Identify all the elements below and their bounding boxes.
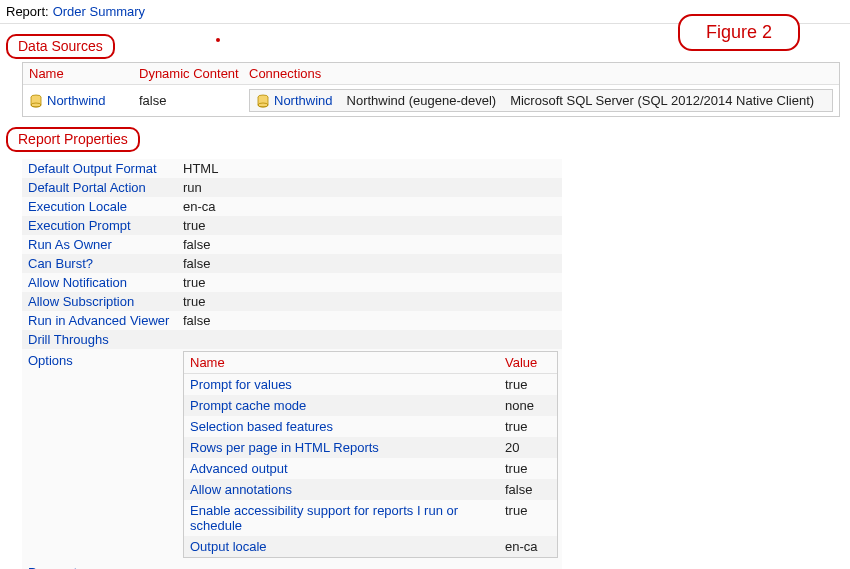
option-name[interactable]: Prompt cache mode (190, 398, 505, 413)
prop-row: Can Burst?false (22, 254, 562, 273)
database-icon (29, 94, 43, 108)
option-row: Prompt for valuestrue (184, 374, 557, 395)
option-row: Rows per page in HTML Reports20 (184, 437, 557, 458)
parameters-row: Parameters (22, 562, 562, 569)
prop-label[interactable]: Execution Prompt (28, 218, 183, 233)
prop-value: false (183, 256, 210, 271)
prop-row: Default Output FormatHTML (22, 159, 562, 178)
prop-label[interactable]: Can Burst? (28, 256, 183, 271)
prop-label[interactable]: Allow Notification (28, 275, 183, 290)
prop-value: false (183, 237, 210, 252)
database-icon (256, 94, 270, 108)
data-source-dynamic: false (139, 93, 249, 108)
annotation-dot (216, 38, 220, 42)
option-name[interactable]: Output locale (190, 539, 505, 554)
option-name[interactable]: Selection based features (190, 419, 505, 434)
report-name-link[interactable]: Order Summary (53, 4, 145, 19)
prop-label[interactable]: Execution Locale (28, 199, 183, 214)
prop-row: Allow Subscriptiontrue (22, 292, 562, 311)
option-name[interactable]: Enable accessibility support for reports… (190, 503, 505, 533)
prop-label[interactable]: Run in Advanced Viewer (28, 313, 183, 328)
connection-driver: Microsoft SQL Server (SQL 2012/2014 Nati… (510, 93, 814, 108)
option-value: en-ca (505, 539, 551, 554)
prop-value: true (183, 275, 205, 290)
option-value: true (505, 503, 551, 533)
prop-row: Run As Ownerfalse (22, 235, 562, 254)
options-header-row: Name Value (184, 352, 557, 374)
option-value: true (505, 461, 551, 476)
col-dynamic: Dynamic Content (139, 66, 249, 81)
prop-row: Drill Throughs (22, 330, 562, 349)
parameters-link[interactable]: Parameters (28, 565, 95, 569)
option-row: Advanced outputtrue (184, 458, 557, 479)
options-table: Name Value Prompt for valuestrue Prompt … (183, 351, 558, 558)
prop-value: true (183, 294, 205, 309)
data-sources-table: Name Dynamic Content Connections Northwi… (22, 62, 840, 117)
option-value: true (505, 377, 551, 392)
data-source-name-link[interactable]: Northwind (47, 93, 106, 108)
options-col-value: Value (505, 355, 551, 370)
option-name[interactable]: Allow annotations (190, 482, 505, 497)
prop-value: true (183, 218, 205, 233)
prop-label[interactable]: Allow Subscription (28, 294, 183, 309)
prop-row: Allow Notificationtrue (22, 273, 562, 292)
data-source-row: Northwind false Northwind Northwind (eug… (23, 85, 839, 116)
option-value: false (505, 482, 551, 497)
prop-value: HTML (183, 161, 218, 176)
prop-label[interactable]: Drill Throughs (28, 332, 183, 347)
option-value: none (505, 398, 551, 413)
options-section: Options Name Value Prompt for valuestrue… (22, 349, 562, 562)
prop-value: en-ca (183, 199, 216, 214)
report-label: Report: (6, 4, 49, 19)
option-row: Output localeen-ca (184, 536, 557, 557)
prop-value: false (183, 313, 210, 328)
connection-name-link[interactable]: Northwind (274, 93, 333, 108)
option-row: Prompt cache modenone (184, 395, 557, 416)
option-name[interactable]: Advanced output (190, 461, 505, 476)
option-row: Enable accessibility support for reports… (184, 500, 557, 536)
data-sources-header-row: Name Dynamic Content Connections (23, 63, 839, 85)
prop-row: Default Portal Actionrun (22, 178, 562, 197)
figure-annotation: Figure 2 (678, 14, 800, 51)
connection-detail: Northwind (eugene-devel) (347, 93, 497, 108)
prop-row: Execution Prompttrue (22, 216, 562, 235)
data-sources-heading: Data Sources (6, 34, 115, 59)
option-row: Allow annotationsfalse (184, 479, 557, 500)
option-value: 20 (505, 440, 551, 455)
options-label[interactable]: Options (28, 353, 73, 368)
prop-value: run (183, 180, 202, 195)
report-header: Report: Order Summary Figure 2 (0, 0, 850, 24)
prop-row: Execution Localeen-ca (22, 197, 562, 216)
connection-cell: Northwind Northwind (eugene-devel) Micro… (249, 89, 833, 112)
report-properties-table: Default Output FormatHTML Default Portal… (22, 159, 562, 569)
option-name[interactable]: Prompt for values (190, 377, 505, 392)
prop-label[interactable]: Default Output Format (28, 161, 183, 176)
prop-label[interactable]: Run As Owner (28, 237, 183, 252)
option-value: true (505, 419, 551, 434)
options-col-name: Name (190, 355, 505, 370)
col-name: Name (29, 66, 139, 81)
prop-label[interactable]: Default Portal Action (28, 180, 183, 195)
option-row: Selection based featurestrue (184, 416, 557, 437)
prop-row: Run in Advanced Viewerfalse (22, 311, 562, 330)
report-properties-heading: Report Properties (6, 127, 140, 152)
option-name[interactable]: Rows per page in HTML Reports (190, 440, 505, 455)
col-conn: Connections (249, 66, 833, 81)
